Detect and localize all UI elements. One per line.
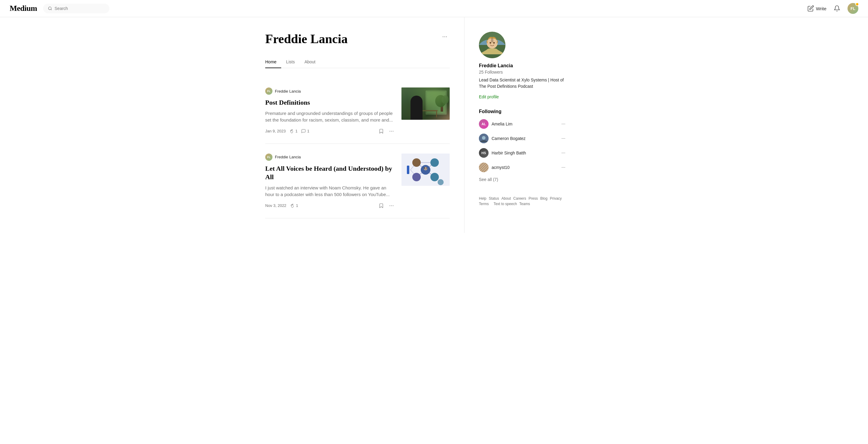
acmyst-avatar (479, 162, 489, 172)
claps-count-2: 1 (296, 203, 298, 208)
svg-rect-4 (401, 87, 450, 120)
claps-stat: 1 (289, 129, 298, 134)
user-avatar-header[interactable]: FL (847, 3, 858, 14)
svg-point-8 (414, 100, 422, 108)
svg-rect-7 (436, 92, 445, 113)
acmyst-name[interactable]: acmyst10 (492, 165, 510, 170)
article-thumbnail-2 (401, 153, 450, 186)
footer-link-terms[interactable]: Terms (479, 202, 489, 207)
article-more-button[interactable] (389, 128, 394, 134)
following-left-2: Cameron Bogatez (479, 134, 526, 143)
profile-name: Freddie Lancia (265, 32, 347, 46)
save-article-button[interactable] (378, 128, 384, 134)
footer-link-status[interactable]: Status (489, 196, 499, 201)
footer-link-press[interactable]: Press (529, 196, 538, 201)
more-horiz-icon (389, 128, 394, 134)
sidebar-name: Freddie Lancia (479, 63, 565, 68)
author-name-2: Freddie Lancia (275, 155, 301, 159)
search-bar[interactable] (43, 4, 110, 13)
network-diagram (401, 153, 450, 186)
svg-point-2 (391, 130, 392, 131)
article-title-2[interactable]: Let All Voices be Heard (and Understood)… (265, 165, 394, 182)
cameron-more-button[interactable]: ··· (561, 136, 565, 141)
write-icon (807, 5, 814, 12)
footer-link-tts[interactable]: Text to speech (494, 202, 517, 207)
bookmark-icon-2 (378, 203, 384, 208)
content-area: Freddie Lancia ··· Home Lists About FL F… (241, 17, 464, 233)
footer-link-careers[interactable]: Careers (513, 196, 526, 201)
article-meta-2: Nov 3, 2022 1 (265, 203, 394, 208)
article-excerpt-2: I just watched an interview with Noam Ch… (265, 185, 394, 198)
main-layout: Freddie Lancia ··· Home Lists About FL F… (241, 17, 627, 233)
article-title[interactable]: Post Definitions (265, 98, 394, 107)
footer-links: Help Status About Careers Press Blog Pri… (479, 196, 565, 207)
claps-stat-2: 1 (290, 203, 298, 208)
write-button[interactable]: Write (807, 5, 827, 12)
tab-lists[interactable]: Lists (281, 56, 300, 68)
svg-point-3 (393, 130, 393, 131)
amelia-avatar: AL (479, 119, 489, 129)
claps-count: 1 (296, 129, 298, 133)
comments-count: 1 (307, 129, 309, 133)
footer-link-teams[interactable]: Teams (519, 202, 530, 207)
svg-point-11 (435, 95, 446, 107)
profile-more-button[interactable]: ··· (440, 32, 450, 41)
article-left-2: FL Freddie Lancia Let All Voices be Hear… (265, 153, 401, 208)
article-more-button-2[interactable] (389, 203, 394, 208)
header: Medium Write FL (0, 0, 868, 17)
article-meta: Jan 9, 2023 1 (265, 128, 394, 134)
article-left: FL Freddie Lancia Post Definitions Prema… (265, 87, 401, 134)
amelia-more-button[interactable]: ··· (561, 121, 565, 127)
svg-rect-43 (491, 38, 493, 42)
footer-link-help[interactable]: Help (479, 196, 487, 201)
cameron-name[interactable]: Cameron Bogatez (492, 136, 526, 141)
meta-actions-2 (378, 203, 394, 208)
notifications-button[interactable] (834, 5, 840, 12)
svg-point-1 (390, 130, 390, 131)
footer-link-blog[interactable]: Blog (540, 196, 547, 201)
thumbnail-image (401, 87, 450, 120)
save-article-button-2[interactable] (378, 203, 384, 208)
svg-point-34 (424, 168, 425, 168)
following-item-cameron: Cameron Bogatez ··· (479, 134, 565, 143)
acmyst-more-button[interactable]: ··· (561, 165, 565, 170)
article-excerpt: Premature and ungrounded understandings … (265, 110, 394, 124)
search-icon (48, 6, 52, 11)
tab-about[interactable]: About (300, 56, 320, 68)
svg-point-0 (49, 7, 51, 10)
meta-left: Jan 9, 2023 1 (265, 129, 309, 134)
svg-rect-15 (436, 111, 437, 117)
svg-rect-6 (427, 92, 436, 113)
footer-link-privacy[interactable]: Privacy (550, 196, 561, 201)
following-item-amelia: AL Amelia Lim ··· (479, 119, 565, 129)
amelia-name[interactable]: Amelia Lim (492, 122, 513, 126)
search-input[interactable] (55, 6, 104, 11)
footer-link-about[interactable]: About (501, 196, 511, 201)
more-horiz-icon-2 (389, 203, 394, 208)
bookmark-icon (378, 128, 384, 134)
svg-point-45 (482, 136, 486, 140)
profile-title-row: Freddie Lancia ··· (265, 32, 450, 46)
article-date: Jan 9, 2023 (265, 129, 286, 133)
header-right: Write FL (807, 3, 858, 14)
avatar-illustration (479, 32, 505, 58)
harbir-name[interactable]: Harbir Singh Batth (492, 150, 526, 155)
following-item-harbir: HS Harbir Singh Batth ··· (479, 148, 565, 158)
svg-rect-27 (407, 166, 409, 174)
article-date-2: Nov 3, 2022 (265, 203, 286, 208)
logo[interactable]: Medium (10, 4, 37, 13)
following-left: AL Amelia Lim (479, 119, 513, 129)
avatar-badge (855, 2, 859, 6)
tab-home[interactable]: Home (265, 56, 281, 68)
svg-point-41 (490, 42, 491, 44)
svg-point-36 (438, 179, 444, 185)
svg-point-33 (424, 167, 427, 171)
harbir-more-button[interactable]: ··· (561, 150, 565, 156)
sidebar: Freddie Lancia 25 Followers Lead Data Sc… (464, 17, 575, 233)
see-all-button[interactable]: See all (7) (479, 177, 498, 182)
edit-profile-button[interactable]: Edit profile (479, 94, 499, 99)
header-left: Medium (10, 4, 110, 13)
svg-point-35 (427, 168, 427, 168)
svg-point-29 (412, 158, 421, 167)
sidebar-bio: Lead Data Scientist at Xylo Systems | Ho… (479, 77, 565, 90)
